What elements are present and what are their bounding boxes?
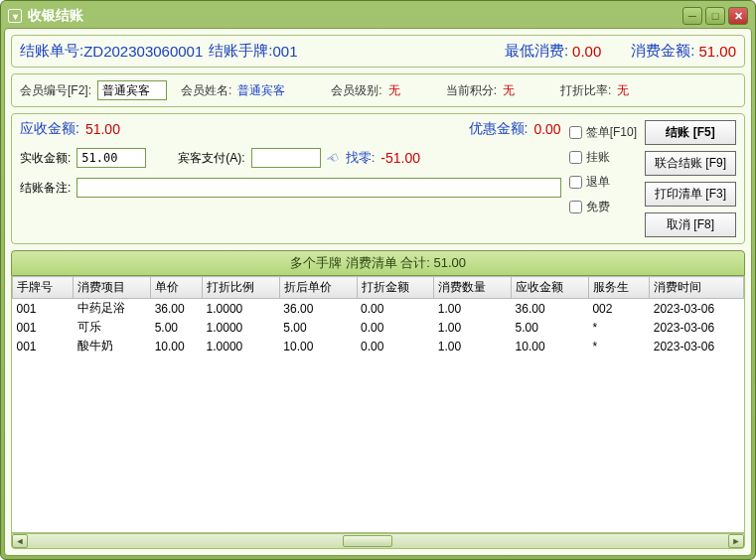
- column-header[interactable]: 应收金额: [512, 277, 589, 299]
- member-discount-value: 无: [617, 82, 629, 99]
- scroll-track[interactable]: [30, 535, 726, 547]
- column-header[interactable]: 打折金额: [357, 277, 434, 299]
- table-cell: 001: [13, 299, 74, 319]
- table-cell: 36.00: [512, 299, 589, 319]
- consumption-table: 手牌号消费项目单价打折比例折后单价打折金额消费数量应收金额服务生消费时间 001…: [12, 276, 744, 355]
- guest-label: 宾客支付(A):: [178, 150, 244, 167]
- horizontal-scrollbar[interactable]: ◄ ►: [11, 533, 745, 549]
- close-button[interactable]: ✕: [728, 7, 748, 25]
- payment-panel: 应收金额: 51.00 优惠金额: 0.00 实收金额: 宾客支付(A): ☜ …: [11, 113, 745, 244]
- sign-checkbox[interactable]: 签单[F10]: [569, 124, 637, 141]
- checkout-button[interactable]: 结账 [F5]: [645, 120, 736, 145]
- hand-label: 结账手牌:: [209, 42, 272, 61]
- scroll-right-button[interactable]: ►: [728, 534, 744, 548]
- free-checkbox[interactable]: 免费: [569, 199, 637, 215]
- table-cell: 10.00: [279, 337, 357, 355]
- system-menu-icon[interactable]: ▾: [8, 9, 22, 23]
- remark-label: 结账备注:: [20, 180, 71, 197]
- coupon-label: 优惠金额:: [469, 120, 529, 138]
- table-cell: 0.00: [357, 337, 434, 355]
- table-cell: *: [588, 318, 649, 337]
- column-header[interactable]: 消费时间: [650, 277, 744, 299]
- table-cell: 1.0000: [203, 318, 280, 337]
- column-header[interactable]: 服务生: [588, 277, 649, 299]
- scroll-left-button[interactable]: ◄: [12, 534, 28, 548]
- table-cell: 2023-03-06: [650, 337, 744, 355]
- bill-no-value: ZD202303060001: [83, 43, 203, 60]
- min-value: 0.00: [572, 43, 601, 60]
- table-cell: 10.00: [512, 337, 589, 355]
- member-points-label: 当前积分:: [446, 82, 497, 99]
- table-cell: 5.00: [512, 318, 589, 337]
- column-header[interactable]: 单价: [151, 277, 203, 299]
- window: ▾ 收银结账 ─ □ ✕ 结账单号:ZD202303060001 结账手牌:00…: [0, 0, 756, 560]
- table-cell: 10.00: [151, 337, 203, 355]
- member-panel: 会员编号[F2]: 会员姓名: 普通宾客 会员级别: 无 当前积分: 无 打折比…: [11, 73, 745, 107]
- window-body: 结账单号:ZD202303060001 结账手牌:001 最低消费:0.00 消…: [4, 28, 752, 556]
- payment-left: 应收金额: 51.00 优惠金额: 0.00 实收金额: 宾客支付(A): ☜ …: [20, 120, 561, 237]
- table-cell: 0.00: [357, 299, 434, 319]
- receivable-value: 51.00: [85, 121, 120, 137]
- cancel-button[interactable]: 取消 [F8]: [645, 212, 736, 237]
- table-cell: 1.00: [434, 299, 512, 319]
- table-cell: 1.00: [434, 318, 512, 337]
- table-row[interactable]: 001酸牛奶10.001.000010.000.001.0010.00*2023…: [13, 337, 744, 355]
- table-cell: 5.00: [151, 318, 203, 337]
- table-cell: *: [588, 337, 649, 355]
- table-cell: 5.00: [279, 318, 357, 337]
- actual-label: 实收金额:: [20, 150, 71, 167]
- column-header[interactable]: 打折比例: [203, 277, 280, 299]
- table-cell: 中药足浴: [74, 299, 151, 319]
- table-cell: 1.00: [434, 337, 512, 355]
- guest-input[interactable]: [251, 148, 321, 168]
- amount-label: 消费金额:: [631, 42, 694, 61]
- table-cell: 001: [13, 337, 74, 355]
- column-header[interactable]: 消费数量: [434, 277, 512, 299]
- table-cell: 1.0000: [203, 337, 280, 355]
- table-row[interactable]: 001可乐5.001.00005.000.001.005.00*2023-03-…: [13, 318, 744, 337]
- table-cell: 2023-03-06: [650, 318, 744, 337]
- member-name-label: 会员姓名:: [181, 82, 231, 99]
- actual-input[interactable]: [76, 148, 146, 168]
- coupon-value: 0.00: [533, 121, 560, 137]
- table-cell: 1.0000: [203, 299, 280, 319]
- minimize-button[interactable]: ─: [682, 7, 702, 25]
- member-points-value: 无: [503, 82, 515, 99]
- column-header[interactable]: 手牌号: [13, 277, 74, 299]
- table-cell: 001: [13, 318, 74, 337]
- member-no-input[interactable]: [97, 80, 167, 100]
- table-cell: 36.00: [151, 299, 203, 319]
- refund-checkbox[interactable]: 退单: [569, 174, 637, 191]
- window-title: 收银结账: [28, 7, 83, 25]
- checkbox-column: 签单[F10] 挂账 退单 免费: [569, 120, 637, 237]
- bill-no-label: 结账单号:: [20, 42, 83, 61]
- list-header: 多个手牌 消费清单 合计: 51.00: [11, 250, 745, 276]
- member-no-label: 会员编号[F2]:: [20, 82, 91, 99]
- column-header[interactable]: 折后单价: [279, 277, 357, 299]
- member-discount-label: 打折比率:: [560, 82, 611, 99]
- button-column: 结账 [F5] 联合结账 [F9] 打印清单 [F3] 取消 [F8]: [645, 120, 736, 237]
- print-button[interactable]: 打印清单 [F3]: [645, 182, 736, 207]
- titlebar: ▾ 收银结账 ─ □ ✕: [4, 4, 752, 28]
- member-name-value: 普通宾客: [237, 82, 285, 99]
- receivable-label: 应收金额:: [20, 120, 79, 138]
- maximize-button[interactable]: □: [705, 7, 725, 25]
- table-cell: 可乐: [74, 318, 151, 337]
- column-header[interactable]: 消费项目: [74, 277, 151, 299]
- credit-checkbox[interactable]: 挂账: [569, 149, 637, 166]
- amount-value: 51.00: [698, 43, 736, 60]
- table-wrap[interactable]: 手牌号消费项目单价打折比例折后单价打折金额消费数量应收金额服务生消费时间 001…: [11, 276, 745, 533]
- remark-input[interactable]: [76, 178, 560, 198]
- member-level-label: 会员级别:: [331, 82, 381, 99]
- scroll-thumb[interactable]: [343, 535, 392, 547]
- hand-value: 001: [272, 43, 297, 60]
- header-panel: 结账单号:ZD202303060001 结账手牌:001 最低消费:0.00 消…: [11, 35, 745, 68]
- member-level-value: 无: [388, 82, 400, 99]
- union-checkout-button[interactable]: 联合结账 [F9]: [645, 151, 736, 176]
- change-label: 找零:: [346, 149, 376, 167]
- min-label: 最低消费:: [505, 42, 568, 61]
- hand-icon: ☜: [324, 148, 343, 168]
- table-cell: 002: [588, 299, 649, 319]
- table-cell: 36.00: [279, 299, 357, 319]
- table-row[interactable]: 001中药足浴36.001.000036.000.001.0036.000022…: [13, 299, 744, 319]
